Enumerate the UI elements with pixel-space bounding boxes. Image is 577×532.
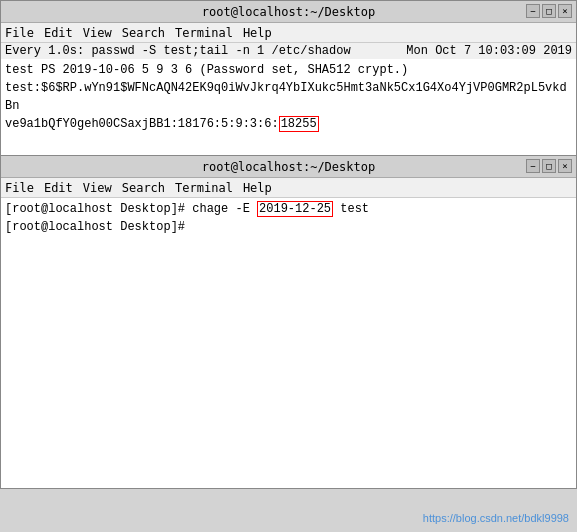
- terminal-window-2: root@localhost:~/Desktop − □ × File Edit…: [0, 155, 577, 489]
- menu-search-2[interactable]: Search: [122, 181, 165, 195]
- status-left: Every 1.0s: passwd -S test;tail -n 1 /et…: [5, 44, 351, 58]
- close-btn-2[interactable]: ×: [558, 159, 572, 173]
- terminal-output-2: [root@localhost Desktop]# chage -E 2019-…: [1, 198, 576, 488]
- terminal-line-prompt: [root@localhost Desktop]#: [5, 218, 572, 236]
- menu-terminal-2[interactable]: Terminal: [175, 181, 233, 195]
- highlight-date: 2019-12-25: [257, 201, 333, 217]
- menu-search-1[interactable]: Search: [122, 26, 165, 40]
- terminal-line-cmd: [root@localhost Desktop]# chage -E 2019-…: [5, 200, 572, 218]
- menu-edit-2[interactable]: Edit: [44, 181, 73, 195]
- minimize-btn-1[interactable]: −: [526, 4, 540, 18]
- title-2: root@localhost:~/Desktop: [202, 160, 375, 174]
- minimize-btn-2[interactable]: −: [526, 159, 540, 173]
- terminal-line-2: test:$6$RP.wYn91$WFNcAQN42EK9q0iWvJkrq4Y…: [5, 79, 572, 115]
- menu-file-2[interactable]: File: [5, 181, 34, 195]
- window1-controls[interactable]: − □ ×: [526, 4, 572, 18]
- menu-terminal-1[interactable]: Terminal: [175, 26, 233, 40]
- menu-file-1[interactable]: File: [5, 26, 34, 40]
- title-1: root@localhost:~/Desktop: [202, 5, 375, 19]
- menubar-2: File Edit View Search Terminal Help: [1, 178, 576, 198]
- menu-view-2[interactable]: View: [83, 181, 112, 195]
- terminal-line-3: ve9a1bQfY0geh00CSaxjBB1:18176:5:9:3:6:18…: [5, 115, 572, 133]
- titlebar-2: root@localhost:~/Desktop − □ ×: [1, 156, 576, 178]
- close-btn-1[interactable]: ×: [558, 4, 572, 18]
- maximize-btn-2[interactable]: □: [542, 159, 556, 173]
- cmd-suffix: test: [333, 202, 369, 216]
- menu-view-1[interactable]: View: [83, 26, 112, 40]
- watermark: https://blog.csdn.net/bdkl9998: [423, 512, 569, 524]
- status-bar-1: Every 1.0s: passwd -S test;tail -n 1 /et…: [1, 43, 576, 59]
- maximize-btn-1[interactable]: □: [542, 4, 556, 18]
- menubar-1: File Edit View Search Terminal Help: [1, 23, 576, 43]
- titlebar-1: root@localhost:~/Desktop − □ ×: [1, 1, 576, 23]
- window2-controls[interactable]: − □ ×: [526, 159, 572, 173]
- menu-help-1[interactable]: Help: [243, 26, 272, 40]
- menu-help-2[interactable]: Help: [243, 181, 272, 195]
- terminal-window-1: root@localhost:~/Desktop − □ × File Edit…: [0, 0, 577, 160]
- menu-edit-1[interactable]: Edit: [44, 26, 73, 40]
- terminal-output-1: test PS 2019-10-06 5 9 3 6 (Password set…: [1, 59, 576, 159]
- status-right: Mon Oct 7 10:03:09 2019: [406, 44, 572, 58]
- highlight-number: 18255: [279, 116, 319, 132]
- terminal-line-1: test PS 2019-10-06 5 9 3 6 (Password set…: [5, 61, 572, 79]
- terminal-empty-area: [5, 236, 572, 486]
